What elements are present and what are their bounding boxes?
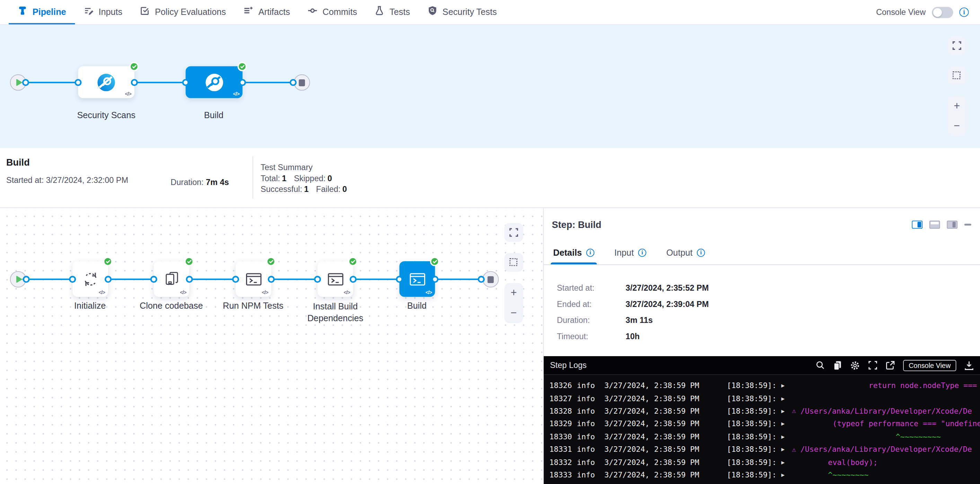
step-node-initialize[interactable]	[72, 261, 108, 297]
zoom-in-button[interactable]	[947, 96, 966, 116]
marquee-select-button[interactable]	[504, 253, 523, 271]
flask-icon	[375, 6, 385, 17]
build-summary: Build Started at: 3/27/2024, 2:32:00 PM …	[0, 148, 980, 208]
pipeline-end-node[interactable]	[294, 75, 310, 91]
step-node-build[interactable]	[399, 261, 435, 297]
pipeline-execution-page: Pipeline Inputs Policy Evaluations Artif…	[0, 0, 980, 484]
zoom-controls	[504, 283, 523, 323]
log-row: 18327info3/27/2024, 2:38:59 PM[18:38:59]…	[549, 392, 980, 405]
layout-right-panel-icon[interactable]	[912, 221, 923, 229]
expand-caret-icon[interactable]	[781, 395, 792, 401]
success-check-icon	[348, 257, 358, 266]
minimize-icon[interactable]	[964, 224, 971, 225]
warning-icon	[792, 445, 796, 453]
expand-caret-icon[interactable]	[781, 446, 792, 452]
log-row: 18329info3/27/2024, 2:38:59 PM[18:38:59]…	[549, 417, 980, 430]
tab-inputs[interactable]: Inputs	[75, 0, 131, 24]
detail-row: Timeout: 10h	[557, 332, 980, 341]
stage-node-build[interactable]	[186, 66, 243, 98]
tab-input[interactable]: Input	[613, 240, 648, 264]
tab-security-tests[interactable]: Security Tests	[418, 0, 505, 24]
tab-tests[interactable]: Tests	[366, 0, 419, 24]
expand-caret-icon[interactable]	[781, 382, 792, 389]
test-summary-row: Total:1Skipped:0	[261, 173, 355, 184]
layout-bottom-panel-icon[interactable]	[929, 221, 940, 229]
test-summary-row: Successful:1Failed:0	[261, 184, 355, 195]
open-external-icon[interactable]	[886, 361, 895, 370]
settings-gear-icon[interactable]	[850, 360, 860, 370]
expand-caret-icon[interactable]	[781, 472, 792, 478]
step-start-node[interactable]	[10, 271, 26, 287]
zoom-out-button[interactable]	[947, 116, 966, 136]
tab-policy-evaluations[interactable]: Policy Evaluations	[131, 0, 235, 24]
warning-icon	[792, 407, 796, 415]
step-node-clone-codebase[interactable]	[154, 261, 189, 297]
started-at: Started at: 3/27/2024, 2:32:00 PM	[6, 176, 170, 185]
tab-artifacts[interactable]: Artifacts	[235, 0, 299, 24]
code-icon	[262, 290, 268, 295]
tab-pipeline[interactable]: Pipeline	[9, 0, 75, 24]
download-icon[interactable]	[964, 360, 974, 370]
panel-header: Step: Build	[544, 208, 980, 241]
step-label: Install Build Dependencies	[305, 301, 365, 325]
expand-caret-icon[interactable]	[781, 408, 792, 414]
step-label: Initialize	[52, 301, 127, 311]
tab-label: Artifacts	[259, 6, 290, 17]
copy-icon[interactable]	[833, 360, 842, 370]
artifacts-icon	[243, 6, 253, 17]
step-logs-header: Step Logs Console View	[544, 356, 980, 375]
detail-row: Ended at: 3/27/2024, 2:39:04 PM	[557, 299, 980, 309]
code-icon	[344, 290, 350, 295]
step-label: Build	[379, 301, 454, 311]
info-icon[interactable]	[586, 248, 594, 256]
step-panel-tabs: Details Input Output	[544, 240, 980, 265]
expand-caret-icon[interactable]	[781, 421, 792, 427]
pipeline-start-node[interactable]	[10, 75, 26, 91]
code-icon	[180, 290, 186, 295]
marquee-select-button[interactable]	[947, 66, 966, 85]
fullscreen-button[interactable]	[504, 223, 523, 242]
layout-overlay-panel-icon[interactable]	[947, 221, 958, 229]
toggle-knob	[933, 8, 942, 17]
tab-label: Pipeline	[33, 6, 66, 17]
info-icon[interactable]	[697, 248, 705, 256]
stage-label: Security Scans	[59, 110, 153, 120]
search-icon[interactable]	[816, 361, 825, 370]
step-label: Run NPM Tests	[216, 301, 290, 311]
fullscreen-icon[interactable]	[868, 361, 877, 370]
expand-caret-icon[interactable]	[781, 433, 792, 440]
shield-scan-icon	[428, 6, 438, 17]
step-node-run-npm-tests[interactable]	[235, 261, 271, 297]
log-row: 18333info3/27/2024, 2:38:59 PM[18:38:59]…	[549, 468, 980, 481]
step-end-node[interactable]	[482, 271, 499, 287]
log-row: 18326info3/27/2024, 2:38:59 PM[18:38:59]…	[549, 379, 980, 392]
stage-node-security-scans[interactable]	[78, 66, 134, 98]
fullscreen-button[interactable]	[947, 36, 966, 55]
step-logs-body[interactable]: 18326info3/27/2024, 2:38:59 PM[18:38:59]…	[544, 375, 980, 484]
success-check-icon	[430, 257, 439, 266]
detail-row: Started at: 3/27/2024, 2:35:52 PM	[557, 283, 980, 292]
console-view-button[interactable]: Console View	[903, 360, 956, 371]
info-icon[interactable]	[638, 248, 646, 256]
console-view-toggle[interactable]	[932, 6, 953, 17]
zoom-out-button[interactable]	[504, 303, 523, 323]
info-icon[interactable]	[959, 8, 969, 17]
tab-details[interactable]: Details	[552, 240, 596, 264]
step-logs-title: Step Logs	[550, 361, 587, 370]
test-summary: Test Summary Total:1Skipped:0 Successful…	[253, 148, 354, 207]
detail-row: Duration: 3m 11s	[557, 316, 980, 325]
tab-label: Inputs	[99, 6, 123, 17]
zoom-in-button[interactable]	[504, 283, 523, 303]
expand-caret-icon[interactable]	[781, 459, 792, 465]
stage-graph-canvas[interactable]: Security Scans Build	[0, 25, 980, 148]
success-check-icon	[103, 257, 113, 266]
step-node-install-build-dependencies[interactable]	[317, 261, 353, 297]
test-summary-title: Test Summary	[261, 162, 355, 173]
stop-icon	[488, 276, 494, 283]
step-graph-canvas[interactable]: Initialize Clone codebase Run NPM Tests …	[0, 208, 543, 484]
tab-commits[interactable]: Commits	[299, 0, 366, 24]
step-panel-title: Step: Build	[552, 219, 601, 230]
tab-output[interactable]: Output	[665, 240, 706, 264]
duration: Duration: 7m 4s	[170, 148, 252, 207]
play-icon	[16, 275, 22, 283]
